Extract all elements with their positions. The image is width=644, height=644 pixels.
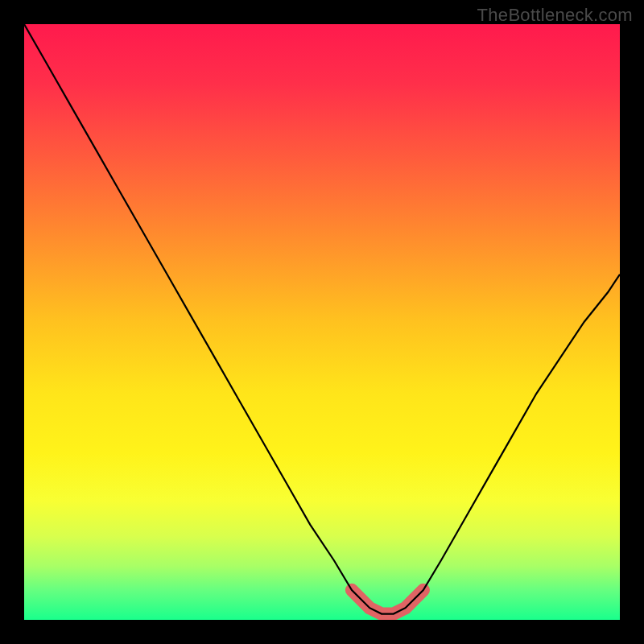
- chart-frame: TheBottleneck.com: [0, 0, 644, 644]
- plot-svg: [24, 24, 620, 620]
- watermark-text: TheBottleneck.com: [477, 5, 633, 26]
- gradient-rect: [24, 24, 620, 620]
- plot-area: [24, 24, 620, 620]
